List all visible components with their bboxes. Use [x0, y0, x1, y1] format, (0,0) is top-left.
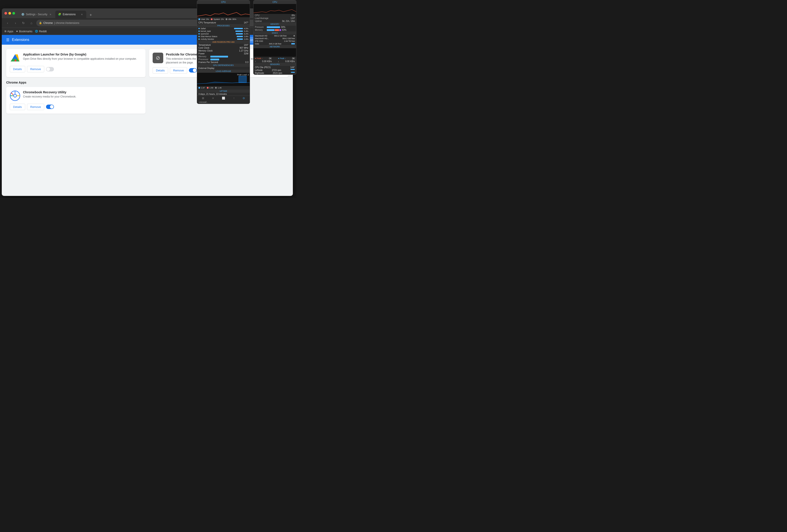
disk-2-value: 1.64 TB free — [284, 40, 295, 42]
bookmark-bookmarks-label: Bookmarks — [19, 30, 32, 33]
load-val-0-value: 1.67 — [201, 87, 205, 89]
extensions-tab-close[interactable]: ✕ — [80, 13, 84, 16]
legend-idle: Idle 95% — [226, 18, 236, 20]
chromebook-icon — [10, 90, 20, 101]
uninstall-button[interactable]: Uninstall... — [197, 101, 250, 104]
memory-icon[interactable]: ≡ — [212, 97, 214, 100]
process-sysmond: sysmond 3.2% — [197, 32, 250, 35]
load-avg-graph: Peak Load: 2 — [197, 73, 250, 86]
sm-load-value: 1.67 — [291, 17, 295, 19]
sm-sensor-0: CPU Die (PECI) 144° — [254, 66, 296, 69]
legend-idle-label: Idle — [228, 18, 232, 20]
legend-idle-value: 95% — [232, 18, 236, 20]
menu-icon[interactable]: ☰ — [6, 38, 9, 42]
details-button-chromebook[interactable]: Details — [10, 104, 25, 110]
disk-0-label: Macintosh HD — [255, 35, 268, 37]
fps-value: 0.3 — [245, 61, 249, 64]
extension-top-chromebook: Chromebook Recovery Utility Create recov… — [10, 90, 142, 101]
drive-icon — [10, 53, 20, 63]
minimize-button[interactable] — [8, 12, 11, 15]
disk-2-label: 2TB SSD — [255, 40, 263, 42]
sm-cpu-header: CPU — [254, 0, 296, 4]
sm-disk-1: Macintosh HD... 904.2 GB free — [254, 37, 296, 40]
svg-point-5 — [15, 60, 16, 62]
sm-pressure-row: Pressure 34% — [254, 26, 296, 28]
remove-button-drive[interactable]: Remove — [27, 66, 44, 72]
cpu-legend: User 3% System 2% Idle 95% — [197, 17, 250, 21]
disk-icon[interactable]: ⬜ — [222, 97, 225, 100]
gpu-section: AMD RADEON PRO 460 — [197, 41, 250, 44]
extension-card-drive: Application Launcher for Drive (by Googl… — [6, 49, 146, 77]
settings-tab-close[interactable]: ✕ — [49, 13, 52, 16]
sm-sensor-2-bar — [291, 72, 295, 73]
process-activity-name: Activity Monitor — [198, 38, 214, 40]
extension-desc-drive: Open Drive files directly from your brow… — [23, 57, 142, 61]
bookmark-bookmarks[interactable]: ★ Bookmarks — [16, 30, 32, 33]
legend-user-label: User — [201, 18, 205, 20]
process-kernel-name: kernel_task — [198, 30, 211, 32]
process-sysmond-value: 3.2% — [244, 33, 249, 35]
sm-sensor-1-label: Leftside — [255, 69, 262, 71]
load-val-2: 1.46 — [215, 87, 221, 89]
legend-system-label: System — [213, 18, 220, 20]
bookmark-apps[interactable]: ⊞ Apps — [4, 30, 13, 33]
extension-name-drive: Application Launcher for Drive (by Googl… — [23, 53, 142, 56]
process-safari-bar — [234, 28, 243, 29]
address-path: | chrome://extensions — [54, 21, 79, 25]
fps-label: Frames Per Second — [198, 61, 218, 64]
gpu-processor-bar — [210, 59, 219, 60]
sm-network-section: NETWORK — [254, 45, 296, 48]
load-val-0: 1.67 — [198, 87, 205, 89]
details-button-drive[interactable]: Details — [10, 66, 25, 72]
cpu-temp-label: CPU Temperature — [198, 21, 216, 24]
star-icon: ★ — [16, 30, 18, 33]
remove-button-chromebook[interactable]: Remove — [27, 104, 44, 110]
sm-cpu-percent-row: CPU 6% — [254, 14, 296, 17]
fps-row: Frames Per Second 0.3 — [197, 61, 250, 64]
network-icon[interactable]: ↑ — [233, 97, 234, 100]
sm-down-speed: 0.00 KB/s — [285, 60, 295, 63]
apps-icon: ⊞ — [4, 30, 6, 33]
uptime-value: 3 days, 21 hours, 13 minutes — [198, 93, 227, 95]
uptime-value-row: 3 days, 21 hours, 13 minutes — [197, 93, 250, 95]
reload-button[interactable]: ↻ — [20, 20, 26, 26]
process-safari-value: 4.5% — [244, 27, 249, 30]
peak-load-label: Peak Load: 2 — [237, 74, 249, 76]
extension-name-chromebook: Chromebook Recovery Utility — [23, 90, 142, 94]
maximize-button[interactable] — [13, 12, 15, 15]
legend-system-dot — [211, 18, 213, 20]
toggle-pesticide[interactable] — [189, 68, 197, 72]
back-button[interactable]: ‹ — [4, 20, 10, 26]
bookmark-apps-label: Apps — [7, 30, 13, 33]
tab-settings[interactable]: ⚙️ Settings - Security ✕ — [19, 10, 55, 18]
sm-sensor-2: Rightside 2515 rpm — [254, 72, 296, 74]
cpu-icon[interactable]: ⊞ — [202, 97, 204, 100]
toggle-chromebook[interactable] — [46, 105, 54, 109]
gpu-core-clock-label: Core Clock — [198, 47, 209, 49]
sm-memory-row: Memory 63% — [254, 28, 296, 31]
sm-sensor-0-label: CPU Die (PECI) — [255, 66, 271, 69]
legend-user: User 3% — [198, 18, 209, 20]
load-avg-section: LOAD AVERAGE — [197, 70, 250, 73]
svg-rect-9 — [197, 4, 250, 17]
new-tab-button[interactable]: + — [88, 12, 94, 18]
sm-cpu-value: 6% — [292, 14, 295, 17]
energy-icon[interactable]: ⊙ — [243, 97, 245, 100]
forward-button[interactable]: › — [13, 20, 19, 26]
close-button[interactable] — [4, 12, 7, 15]
details-button-pesticide[interactable]: Details — [153, 67, 168, 74]
toggle-drive[interactable] — [46, 67, 54, 71]
sm-cpu-label: CPU — [255, 14, 259, 17]
bookmark-reddit[interactable]: 🌐 Reddit — [35, 30, 47, 33]
sm-memory-label: Memory — [255, 29, 266, 31]
tab-extensions[interactable]: 🧩 Extensions ✕ — [55, 10, 86, 18]
home-button[interactable]: ⌂ — [28, 20, 35, 26]
gpu-processor-row: Processor — [197, 58, 250, 61]
legend-idle-dot — [226, 18, 227, 20]
gpu-dep-section: GPU DEPENDENCIES — [197, 64, 250, 67]
legend-system: System 2% — [211, 18, 224, 20]
process-istat-bar — [237, 36, 243, 37]
remove-button-pesticide[interactable]: Remove — [170, 67, 187, 74]
disk-3-bar — [291, 43, 295, 44]
svg-rect-11 — [239, 76, 247, 83]
